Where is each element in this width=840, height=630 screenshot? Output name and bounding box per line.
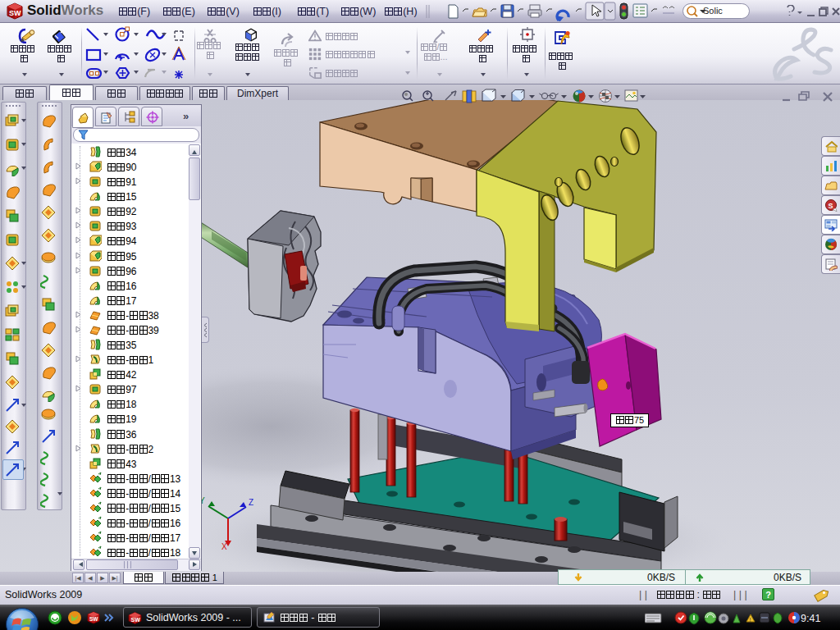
svg-text:SW: SW	[9, 9, 21, 17]
svg-text:SW: SW	[131, 617, 141, 623]
svg-text:!: !	[750, 617, 751, 623]
svg-text:Z: Z	[249, 498, 253, 507]
svg-text:S: S	[829, 202, 833, 210]
svg-text:SW: SW	[89, 616, 98, 622]
svg-text:X: X	[221, 542, 227, 551]
